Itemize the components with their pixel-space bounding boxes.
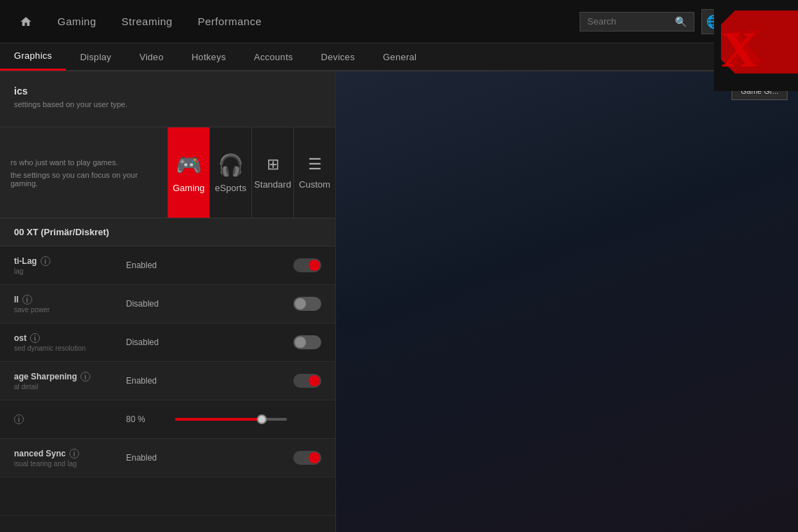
enhanced-sync-slider-track: [293, 451, 321, 465]
custom-icon: ☰: [308, 155, 322, 174]
setting-info-power: ll i save power: [14, 295, 112, 314]
standard-icon: ⊞: [267, 155, 279, 174]
enhanced-sync-info-icon[interactable]: i: [69, 449, 79, 458]
power-info-icon[interactable]: i: [22, 295, 32, 304]
enhanced-sync-toggle[interactable]: [293, 451, 321, 465]
boost-toggle[interactable]: [293, 335, 321, 349]
setting-row-anti-lag: ti-Lag i lag Enabled: [0, 246, 335, 285]
boost-name: ost: [14, 333, 27, 343]
anti-lag-slider-track: [293, 258, 321, 272]
sharpening-value-area: Enabled: [112, 374, 321, 388]
sub-nav: Graphics Display Video Hotkeys Accounts …: [0, 43, 798, 71]
role-desc-line1: rs who just want to play games.: [10, 158, 157, 167]
sharpening-name: age Sharpening: [14, 372, 77, 382]
profile-section: ics settings based on your user type.: [0, 71, 335, 127]
esports-label: eSports: [215, 183, 246, 193]
power-desc: save power: [14, 306, 112, 314]
tab-accounts[interactable]: Accounts: [240, 43, 307, 71]
tab-hotkeys[interactable]: Hotkeys: [178, 43, 240, 71]
gpu-selector: 00 XT (Primär/Diskret): [0, 218, 335, 246]
profile-role-desc: rs who just want to play games. the sett…: [0, 127, 168, 218]
setting-row-sharpening: age Sharpening i al detail Enabled: [0, 362, 335, 400]
boost-value: Disabled: [126, 337, 175, 347]
sharpness-slider-container: [175, 418, 321, 421]
enhanced-sync-value: Enabled: [126, 453, 175, 463]
profile-subtitle: settings based on your user type.: [14, 100, 321, 108]
right-panel: Game Gr...: [336, 71, 798, 532]
nav-item-performance[interactable]: Performance: [185, 0, 274, 43]
power-value: Disabled: [126, 299, 175, 309]
sharpening-toggle[interactable]: [293, 374, 321, 388]
boost-desc: sed dynamic resolution: [14, 344, 112, 352]
nav-item-streaming[interactable]: Streaming: [109, 0, 186, 43]
amd-logo: X X: [714, 0, 798, 91]
setting-row-sharpness: i 80 %: [0, 400, 335, 439]
sharpness-range-slider[interactable]: [175, 418, 287, 421]
role-desc-line2: the settings so you can focus on your ga…: [10, 171, 157, 188]
anti-lag-info-icon[interactable]: i: [41, 256, 50, 266]
svg-text:X: X: [721, 22, 757, 78]
anti-lag-value-area: Enabled: [112, 258, 321, 272]
tab-general[interactable]: General: [369, 43, 430, 71]
profile-card-standard[interactable]: ⊞ Standard: [252, 127, 294, 218]
enhanced-sync-desc: isual tearing and lag: [14, 460, 112, 468]
sharpening-desc: al detail: [14, 383, 112, 391]
sharpening-value: Enabled: [126, 376, 175, 386]
setting-row-empty: [0, 477, 335, 516]
top-nav: Gaming Streaming Performance 🔍 🌐 ✕ 🔔 X X: [0, 0, 798, 43]
tab-devices[interactable]: Devices: [307, 43, 369, 71]
setting-info-sharpness: i: [14, 414, 112, 424]
setting-info-anti-lag: ti-Lag i lag: [14, 256, 112, 275]
anti-lag-toggle[interactable]: [293, 258, 321, 272]
gpu-label: 00 XT (Primär/Diskret): [14, 227, 109, 237]
boost-info-icon[interactable]: i: [30, 333, 40, 343]
esports-icon: 🎧: [218, 153, 244, 177]
power-toggle[interactable]: [293, 297, 321, 311]
power-name: ll: [14, 295, 19, 304]
setting-info-boost: ost i sed dynamic resolution: [14, 333, 112, 352]
search-box[interactable]: 🔍: [580, 12, 694, 31]
sharpening-info-icon[interactable]: i: [80, 372, 90, 382]
top-nav-items: Gaming Streaming Performance: [7, 0, 580, 43]
search-input[interactable]: [587, 16, 671, 27]
setting-info-enhanced-sync: nanced Sync i isual tearing and lag: [14, 449, 112, 468]
search-icon[interactable]: 🔍: [675, 16, 687, 27]
boost-slider-track: [293, 335, 321, 349]
profile-title: ics: [14, 85, 321, 97]
anti-lag-desc: lag: [14, 267, 112, 275]
setting-row-enhanced-sync: nanced Sync i isual tearing and lag Enab…: [0, 439, 335, 477]
profile-cards: rs who just want to play games. the sett…: [0, 127, 335, 218]
anti-lag-value: Enabled: [126, 260, 175, 270]
profile-card-esports[interactable]: 🎧 eSports: [210, 127, 252, 218]
enhanced-sync-name: nanced Sync: [14, 449, 66, 458]
setting-row-power: ll i save power Disabled: [0, 285, 335, 323]
standard-label: Standard: [254, 179, 291, 190]
main-content: ics settings based on your user type. rs…: [0, 71, 798, 532]
enhanced-sync-value-area: Enabled: [112, 451, 321, 465]
tab-graphics[interactable]: Graphics: [0, 43, 66, 71]
tab-video[interactable]: Video: [125, 43, 178, 71]
power-slider-track: [293, 297, 321, 311]
setting-info-sharpening: age Sharpening i al detail: [14, 372, 112, 391]
gaming-icon: 🎮: [176, 153, 202, 177]
tab-display[interactable]: Display: [66, 43, 125, 71]
nav-item-gaming[interactable]: Gaming: [45, 0, 109, 43]
profile-card-gaming[interactable]: 🎮 Gaming: [168, 127, 210, 218]
right-panel-background: [336, 71, 798, 532]
sharpness-value: 80 %: [126, 414, 175, 424]
sharpening-slider-track: [293, 374, 321, 388]
custom-label: Custom: [299, 179, 330, 190]
nav-item-home[interactable]: [7, 0, 45, 43]
gaming-label: Gaming: [173, 183, 205, 193]
sharpness-info-icon[interactable]: i: [14, 414, 24, 424]
settings-list: ti-Lag i lag Enabled ll: [0, 246, 335, 532]
power-value-area: Disabled: [112, 297, 321, 311]
anti-lag-name: ti-Lag: [14, 256, 37, 266]
left-panel: ics settings based on your user type. rs…: [0, 71, 336, 532]
profile-card-custom[interactable]: ☰ Custom: [294, 127, 335, 218]
setting-row-boost: ost i sed dynamic resolution Disabled: [0, 323, 335, 362]
boost-value-area: Disabled: [112, 335, 321, 349]
sharpness-value-area: 80 %: [112, 414, 321, 424]
